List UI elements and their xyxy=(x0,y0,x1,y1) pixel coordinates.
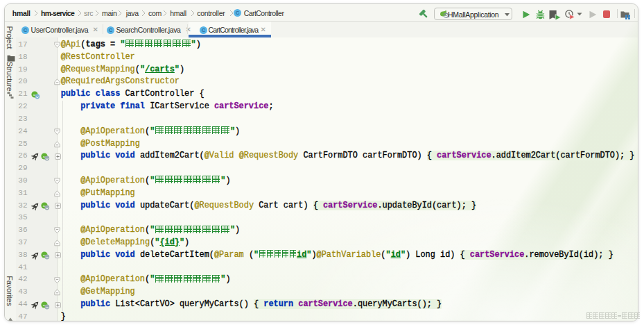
svg-text:C: C xyxy=(201,27,205,33)
svg-text:C: C xyxy=(236,10,240,16)
svg-text:C: C xyxy=(108,27,112,33)
svg-text:C: C xyxy=(23,27,27,33)
